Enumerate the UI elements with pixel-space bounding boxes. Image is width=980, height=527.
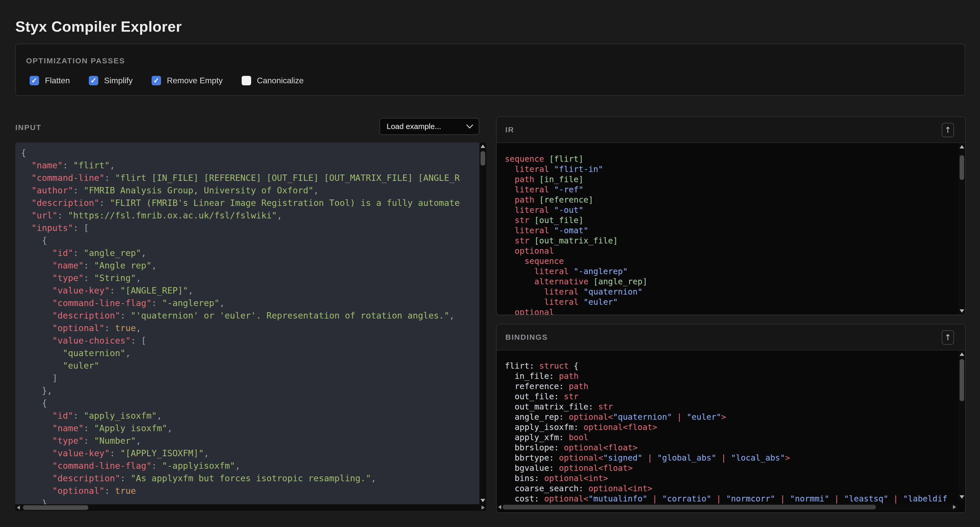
scrollbar-up-arrow-icon[interactable] [959,145,964,149]
ir-code: sequence [flirt] literal "flirt-in" path… [505,154,648,315]
code-line: optional [505,246,648,256]
code-line: ] [21,372,460,385]
code-line: "type": "String", [21,272,460,284]
code-line: sequence [505,256,648,266]
app-root: Styx Compiler Explorer OPTIMIZATION PASS… [0,0,980,527]
code-line: literal "euler" [505,297,648,307]
checkmark-icon: ✓ [31,77,37,84]
code-line: }, [21,385,460,397]
code-line: out_matrix_file: str [505,402,947,412]
code-line: "author": "FMRIB Analysis Group, Univers… [21,184,460,197]
code-line: apply_xfm: bool [505,432,947,442]
code-line: "name": "Angle rep", [21,259,460,272]
optimization-passes-panel: OPTIMIZATION PASSES ✓Flatten✓Simplify✓Re… [15,44,965,96]
ir-panel: IR ↑ sequence [flirt] literal "flirt-in"… [496,117,966,315]
code-line: alternative [angle_rep] [505,276,648,287]
code-line: "id": "angle_rep", [21,247,460,259]
scrollbar-thumb[interactable] [503,505,876,509]
load-example-select[interactable]: Load example... [380,118,479,135]
code-line: out_file: str [505,391,947,402]
code-line: "inputs": [ [21,222,460,234]
bindings-heading: BINDINGS [505,333,548,342]
code-line: angle_rep: optional<"quaternion" | "eule… [505,412,947,422]
pass-checkbox[interactable]: ✓ [151,76,161,85]
ir-panel-header: IR ↑ [496,117,965,143]
pass-checkbox[interactable]: ✓ [89,76,98,85]
input-vertical-scrollbar[interactable] [479,142,486,504]
scrollbar-thumb[interactable] [23,505,88,510]
code-line: "optional": true [21,485,460,497]
code-line: literal "-ref" [505,184,648,195]
code-line: literal "-anglerep" [505,266,648,276]
input-heading: INPUT [15,123,41,132]
ir-output[interactable]: sequence [flirt] literal "flirt-in" path… [496,143,965,315]
code-line: in_file: path [505,371,947,381]
code-line: "value-key": "[APPLY_ISOXFM]", [21,447,460,460]
pass-label[interactable]: Simplify [104,76,133,85]
code-line: path [reference] [505,195,648,205]
code-line: path [in_file] [505,174,648,184]
ir-scroll-top-button[interactable]: ↑ [942,123,954,137]
bindings-panel-header: BINDINGS ↑ [496,324,965,350]
scrollbar-up-arrow-icon[interactable] [480,145,485,148]
code-line: flirt: struct { [505,361,947,371]
checkmark-icon: ✓ [153,77,159,84]
page-title: Styx Compiler Explorer [15,18,182,35]
bindings-vertical-scrollbar[interactable] [959,350,965,500]
pass-checkbox-item[interactable]: ✓Flatten [30,76,70,85]
input-horizontal-scrollbar[interactable] [15,504,486,511]
scrollbar-down-arrow-icon[interactable] [959,495,964,499]
scrollbar-thumb[interactable] [480,151,485,166]
code-line: literal "-omat" [505,225,648,236]
code-line: cost: optional<"mutualinfo" | "corratio"… [505,493,947,504]
scrollbar-right-arrow-icon[interactable] [953,505,956,509]
scrollbar-left-arrow-icon[interactable] [17,506,20,509]
ir-vertical-scrollbar[interactable] [959,143,965,315]
pass-checkbox[interactable] [242,76,251,85]
input-editor[interactable]: { "name": "flirt", "command-line": "flir… [15,142,486,511]
code-line: "euler" [21,359,460,372]
code-line: { [21,234,460,247]
scrollbar-down-arrow-icon[interactable] [959,309,964,313]
code-line: "name": "flirt", [21,159,460,172]
code-line: literal "flirt-in" [505,164,648,174]
bindings-output[interactable]: flirt: struct { in_file: path reference:… [496,350,965,513]
pass-label[interactable]: Canonicalize [257,76,304,85]
scrollbar-left-arrow-icon[interactable] [498,505,501,509]
code-line: "optional": true, [21,322,460,334]
code-line: "value-key": "[ANGLE_REP]", [21,284,460,297]
code-line: "id": "apply_isoxfm", [21,409,460,422]
code-line: { [21,397,460,409]
code-line: "quaternion", [21,347,460,359]
scrollbar-down-arrow-icon[interactable] [480,499,485,502]
bindings-horizontal-scrollbar[interactable] [496,504,958,510]
up-arrow-icon: ↑ [945,332,951,342]
code-line: apply_isoxfm: optional<float> [505,422,947,432]
code-line: reference: path [505,381,947,391]
pass-checkbox-item[interactable]: Canonicalize [242,76,304,85]
code-line: literal "-out" [505,205,648,215]
code-line: "command-line-flag": "-anglerep", [21,297,460,309]
pass-checkbox-item[interactable]: ✓Simplify [89,76,133,85]
scrollbar-thumb[interactable] [959,359,964,401]
input-code: { "name": "flirt", "command-line": "flir… [21,147,460,509]
optimization-passes-row: ✓Flatten✓Simplify✓Remove EmptyCanonicali… [30,74,304,86]
code-line: bbrslope: optional<float> [505,442,947,453]
scrollbar-up-arrow-icon[interactable] [959,353,964,356]
scrollbar-right-arrow-icon[interactable] [482,506,485,509]
bindings-code: flirt: struct { in_file: path reference:… [505,361,947,504]
code-line: "url": "https://fsl.fmrib.ox.ac.uk/fsl/f… [21,209,460,222]
pass-label[interactable]: Remove Empty [167,76,223,85]
bindings-scroll-top-button[interactable]: ↑ [942,330,954,345]
code-line: literal "quaternion" [505,287,648,297]
pass-label[interactable]: Flatten [45,76,70,85]
pass-checkbox[interactable]: ✓ [30,76,39,85]
code-line: { [21,147,460,159]
code-line: bbrtype: optional<"signed" | "global_abs… [505,453,947,463]
scrollbar-thumb[interactable] [959,155,964,180]
code-line: "name": "Apply isoxfm", [21,422,460,434]
pass-checkbox-item[interactable]: ✓Remove Empty [151,76,223,85]
code-line: "description": "As applyxfm but forces i… [21,472,460,485]
code-line: bins: optional<int> [505,473,947,483]
code-line: sequence [flirt] [505,154,648,164]
